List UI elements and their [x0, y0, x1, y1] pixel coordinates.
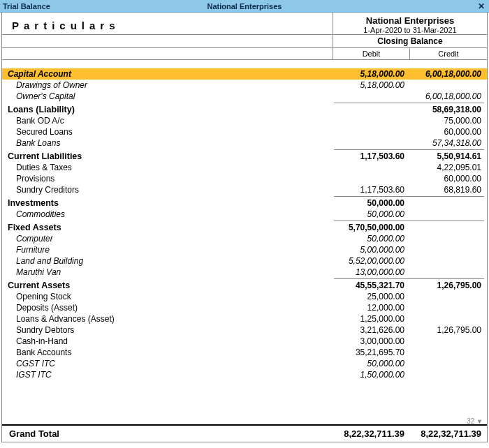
ledger-row[interactable]: Duties & Taxes4,22,095.01	[2, 162, 487, 173]
group-row[interactable]: Capital Account5,18,000.006,00,18,000.00	[2, 68, 487, 80]
ledger-row[interactable]: Drawings of Owner5,18,000.00	[2, 80, 487, 91]
row-credit: 60,000.00	[409, 126, 486, 137]
row-debit: 35,21,695.70	[332, 347, 409, 358]
row-label: Duties & Taxes	[3, 162, 332, 173]
row-label: Investments	[3, 197, 332, 209]
company-name: National Enterprises	[333, 15, 487, 26]
date-range: 1-Apr-2020 to 31-Mar-2021	[333, 26, 487, 34]
row-label: Loans & Advances (Asset)	[3, 313, 332, 324]
row-debit: 3,00,000.00	[332, 336, 409, 347]
ledger-row[interactable]: Bank Accounts35,21,695.70	[2, 347, 487, 358]
row-debit: 25,000.00	[332, 291, 409, 302]
row-label: Bank OD A/c	[3, 115, 332, 126]
row-label: Bank Accounts	[3, 347, 332, 358]
ledger-row[interactable]: Cash-in-Hand3,00,000.00	[2, 336, 487, 347]
ledger-row[interactable]: Land and Building5,52,00,000.00	[2, 255, 487, 267]
ledger-row[interactable]: Secured Loans60,000.00	[2, 126, 487, 137]
row-debit: 5,52,00,000.00	[332, 255, 409, 267]
row-debit: 1,50,000.00	[332, 369, 409, 380]
row-credit: 57,34,318.00	[409, 137, 486, 149]
title-bar: Trial Balance National Enterprises ✕	[0, 0, 489, 13]
company-heading: National Enterprises 1-Apr-2020 to 31-Ma…	[333, 13, 487, 34]
row-label: Bank Loans	[3, 137, 332, 149]
ledger-row[interactable]: Loans & Advances (Asset)1,25,000.00	[2, 313, 487, 324]
row-credit: 68,819.60	[409, 184, 486, 195]
row-debit: 50,000.00	[332, 358, 409, 369]
row-credit: 75,000.00	[409, 115, 486, 126]
row-debit: 45,55,321.70	[332, 280, 409, 291]
row-label: Secured Loans	[3, 126, 332, 137]
row-debit: 1,17,503.60	[332, 184, 409, 195]
ledger-row[interactable]: Opening Stock25,000.00	[2, 291, 487, 302]
row-label: Loans (Liability)	[3, 104, 332, 115]
row-label: Land and Building	[3, 255, 332, 267]
ledger-row[interactable]: Furniture5,00,000.00	[2, 244, 487, 255]
particulars-heading: Particulars	[2, 13, 333, 34]
row-debit: 13,00,000.00	[332, 267, 409, 278]
row-debit: 5,70,50,000.00	[332, 222, 409, 233]
row-debit: 3,21,626.00	[332, 324, 409, 336]
group-row[interactable]: Current Assets45,55,321.701,26,795.00	[2, 280, 487, 291]
row-label: Owner's Capital	[3, 91, 332, 102]
grand-total-row: Grand Total 8,22,32,711.39 8,22,32,711.3…	[2, 424, 487, 442]
ledger-row[interactable]: Commodities50,000.00	[2, 209, 487, 220]
row-debit: 1,17,503.60	[332, 151, 409, 162]
row-label: Maruthi Van	[3, 267, 332, 278]
ledger-row[interactable]: Provisions60,000.00	[2, 173, 487, 184]
group-row[interactable]: Investments50,000.00	[2, 197, 487, 209]
row-credit: 1,26,795.00	[409, 324, 486, 336]
row-debit: 1,25,000.00	[332, 313, 409, 324]
row-label: Capital Account	[3, 68, 332, 80]
closing-balance-heading: Closing Balance	[333, 35, 487, 47]
row-debit: 50,000.00	[332, 209, 409, 220]
row-label: CGST ITC	[3, 358, 332, 369]
row-label: Deposits (Asset)	[3, 302, 332, 313]
grand-total-label: Grand Total	[3, 428, 332, 439]
ledger-row[interactable]: Bank OD A/c75,000.00	[2, 115, 487, 126]
report-body: Capital Account5,18,000.006,00,18,000.00…	[1, 60, 488, 442]
row-debit: 5,18,000.00	[332, 68, 409, 80]
row-label: Drawings of Owner	[3, 80, 332, 91]
close-icon[interactable]: ✕	[478, 1, 485, 11]
group-row[interactable]: Loans (Liability)58,69,318.00	[2, 104, 487, 115]
group-row[interactable]: Fixed Assets5,70,50,000.00	[2, 222, 487, 233]
row-label: Commodities	[3, 209, 332, 220]
row-label: Opening Stock	[3, 291, 332, 302]
group-row[interactable]: Current Liabilities1,17,503.605,50,914.6…	[2, 151, 487, 162]
row-label: Current Liabilities	[3, 151, 332, 162]
ledger-row[interactable]: Sundry Creditors1,17,503.6068,819.60	[2, 184, 487, 195]
row-label: Fixed Assets	[3, 222, 332, 233]
ledger-row[interactable]: CGST ITC50,000.00	[2, 358, 487, 369]
row-debit: 5,00,000.00	[332, 244, 409, 255]
credit-heading: Credit	[410, 48, 487, 59]
ledger-row[interactable]: Bank Loans57,34,318.00	[2, 137, 487, 149]
row-credit: 4,22,095.01	[409, 162, 486, 173]
row-label: Computer	[3, 233, 332, 244]
grand-total-debit: 8,22,32,711.39	[332, 428, 409, 439]
row-label: Current Assets	[3, 280, 332, 291]
titlebar-center: National Enterprises	[0, 2, 489, 10]
titlebar-left: Trial Balance	[3, 2, 50, 10]
row-credit: 60,000.00	[409, 173, 486, 184]
debit-heading: Debit	[333, 48, 410, 59]
ledger-row[interactable]: Computer50,000.00	[2, 233, 487, 244]
ledger-row[interactable]: IGST ITC1,50,000.00	[2, 369, 487, 380]
row-label: IGST ITC	[3, 369, 332, 380]
row-label: Furniture	[3, 244, 332, 255]
row-debit: 50,000.00	[332, 233, 409, 244]
ledger-row[interactable]: Deposits (Asset)12,000.00	[2, 302, 487, 313]
report-header: Particulars National Enterprises 1-Apr-2…	[1, 13, 488, 60]
row-credit: 58,69,318.00	[409, 104, 486, 115]
row-credit: 6,00,18,000.00	[409, 68, 486, 80]
ledger-row[interactable]: Maruthi Van13,00,000.00	[2, 267, 487, 278]
row-label: Cash-in-Hand	[3, 336, 332, 347]
grand-total-credit: 8,22,32,711.39	[409, 428, 486, 439]
row-label: Sundry Debtors	[3, 324, 332, 336]
ledger-row[interactable]: Sundry Debtors3,21,626.001,26,795.00	[2, 324, 487, 336]
row-debit: 12,000.00	[332, 302, 409, 313]
row-credit: 5,50,914.61	[409, 151, 486, 162]
row-debit: 5,18,000.00	[332, 80, 409, 91]
row-credit: 1,26,795.00	[409, 280, 486, 291]
row-debit: 50,000.00	[332, 197, 409, 209]
ledger-row[interactable]: Owner's Capital6,00,18,000.00	[2, 91, 487, 102]
